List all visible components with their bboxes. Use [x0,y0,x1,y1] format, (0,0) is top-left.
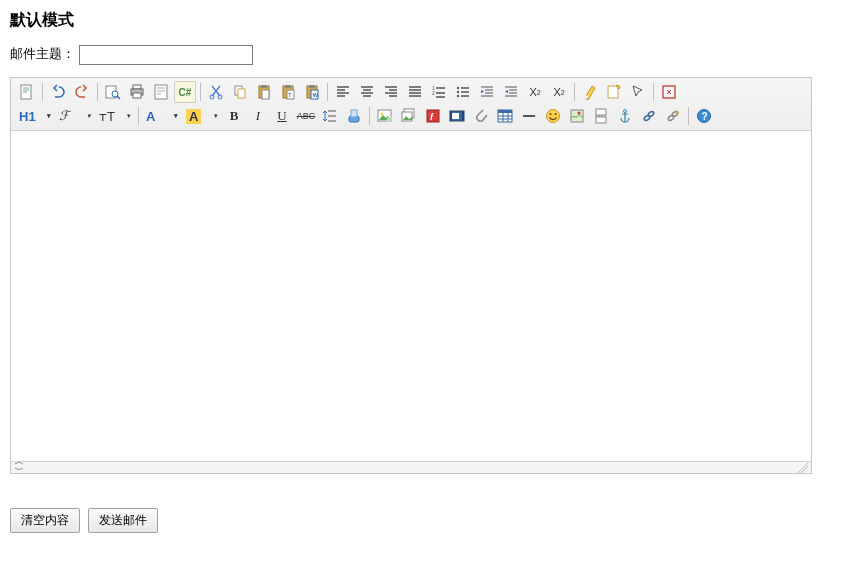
page-title: 默认模式 [10,10,843,31]
svg-rect-48 [498,110,512,113]
source-icon[interactable] [16,81,38,103]
fullscreen-icon[interactable] [658,81,680,103]
svg-rect-44 [452,113,459,119]
svg-point-30 [457,95,459,97]
editor-resize-handle[interactable] [11,461,811,473]
map-icon[interactable] [566,105,588,127]
editor-corner-grip[interactable] [796,463,808,473]
svg-point-58 [624,110,627,113]
table-icon[interactable] [494,105,516,127]
subject-row: 邮件主题： [10,45,843,65]
file-icon[interactable] [470,105,492,127]
wordpaste-icon[interactable]: W [301,81,323,103]
svg-text:2: 2 [432,90,435,96]
svg-point-50 [547,110,560,123]
svg-rect-17 [262,90,269,99]
cut-icon[interactable] [205,81,227,103]
svg-point-29 [457,91,459,93]
svg-rect-14 [238,89,245,98]
anchor-icon[interactable] [614,105,636,127]
justifyfull-icon[interactable] [404,81,426,103]
unorderedlist-icon[interactable] [452,81,474,103]
selectall-icon[interactable] [627,81,649,103]
copy-icon[interactable] [229,81,251,103]
editor-content-area[interactable] [11,131,811,461]
justifyleft-icon[interactable] [332,81,354,103]
paste-icon[interactable] [253,81,275,103]
svg-rect-45 [450,111,452,121]
svg-text:W: W [313,92,319,98]
template-icon[interactable] [150,81,172,103]
undo-icon[interactable] [47,81,69,103]
svg-line-3 [117,96,120,99]
send-button[interactable]: 发送邮件 [88,508,158,533]
underline-icon[interactable]: U [271,105,293,127]
svg-rect-19 [285,85,291,88]
italic-icon[interactable]: I [247,105,269,127]
plainpaste-icon[interactable]: T [277,81,299,103]
superscript-icon[interactable]: X2 [548,81,570,103]
indent-icon[interactable] [476,81,498,103]
justifycenter-icon[interactable] [356,81,378,103]
svg-point-52 [555,113,557,115]
strikethrough-icon[interactable]: ABC [295,105,317,127]
multiimage-icon[interactable] [398,105,420,127]
unlink-icon[interactable] [662,105,684,127]
fontsize-select[interactable]: ᴛT▾ [96,105,134,127]
svg-point-51 [550,113,552,115]
svg-rect-35 [351,110,357,117]
svg-rect-56 [596,117,606,123]
outdent-icon[interactable] [500,81,522,103]
svg-point-62 [647,111,654,118]
svg-rect-6 [133,93,141,98]
svg-rect-7 [155,85,167,99]
editor-toolbar: C# T W [11,78,811,131]
svg-point-31 [585,96,588,99]
svg-rect-4 [133,85,141,89]
link-icon[interactable] [638,105,660,127]
fontname-select[interactable]: ℱ▾ [56,105,94,127]
media-icon[interactable] [446,105,468,127]
forecolor-select[interactable]: A▾ [143,105,181,127]
editor: C# T W [10,77,812,474]
subscript-icon[interactable]: X2 [524,81,546,103]
hilitecolor-select[interactable]: A▾ [183,105,221,127]
flash-icon[interactable]: f [422,105,444,127]
svg-rect-16 [261,85,267,88]
redo-icon[interactable] [71,81,93,103]
svg-rect-41 [427,110,439,122]
clearformat-icon[interactable] [579,81,601,103]
svg-rect-55 [596,109,606,115]
preview-icon[interactable] [102,81,124,103]
subject-input[interactable] [79,45,253,65]
hr-icon[interactable] [518,105,540,127]
svg-rect-23 [309,85,315,88]
code-icon[interactable]: C# [174,81,196,103]
svg-text:?: ? [702,111,708,122]
quickformat-icon[interactable] [603,81,625,103]
clear-button[interactable]: 清空内容 [10,508,80,533]
formatblock-select[interactable]: H1▾ [16,105,54,127]
justifyright-icon[interactable] [380,81,402,103]
subject-label: 邮件主题： [10,46,75,61]
pagebreak-icon[interactable] [590,105,612,127]
about-icon[interactable]: ? [693,105,715,127]
removeformat-icon[interactable] [343,105,365,127]
print-icon[interactable] [126,81,148,103]
svg-rect-46 [462,111,464,121]
svg-point-28 [457,87,459,89]
image-icon[interactable] [374,105,396,127]
emoticons-icon[interactable] [542,105,564,127]
bold-icon[interactable]: B [223,105,245,127]
svg-point-54 [578,112,581,115]
orderedlist-icon[interactable]: 12 [428,81,450,103]
svg-rect-32 [608,86,618,98]
lineheight-icon[interactable] [319,105,341,127]
svg-text:T: T [288,92,292,98]
